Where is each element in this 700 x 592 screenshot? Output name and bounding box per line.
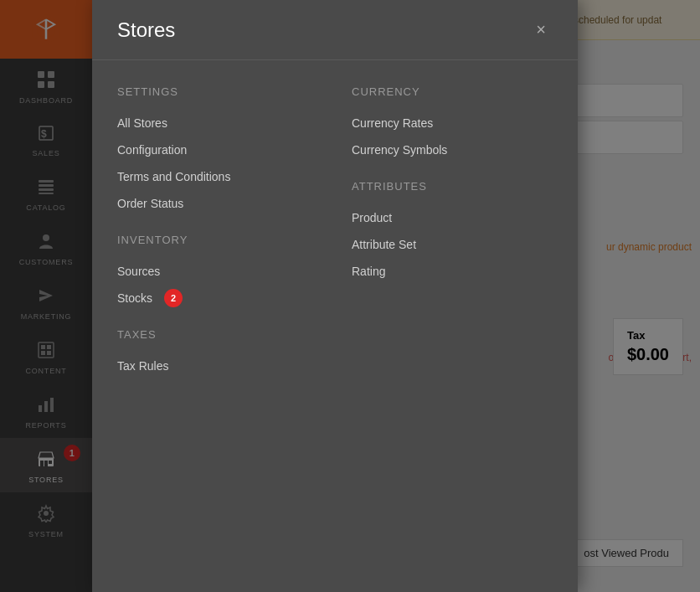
stocks-badge: 2 [164, 289, 183, 307]
attributes-section-title: Attributes [352, 180, 553, 193]
modal-body: Settings All Stores Configuration Terms … [92, 60, 578, 413]
inventory-section: Inventory Sources Stocks 2 [117, 234, 318, 311]
menu-item-configuration[interactable]: Configuration [117, 136, 318, 163]
currency-section: Currency Currency Rates Currency Symbols [352, 85, 553, 163]
modal-header: Stores × [92, 0, 578, 60]
modal-left-column: Settings All Stores Configuration Terms … [117, 77, 343, 396]
taxes-section: Taxes Tax Rules [117, 328, 318, 379]
menu-item-attribute-set[interactable]: Attribute Set [352, 231, 553, 258]
inventory-section-title: Inventory [117, 234, 318, 246]
menu-item-currency-symbols[interactable]: Currency Symbols [352, 136, 553, 163]
stocks-row: Stocks 2 [117, 285, 318, 311]
menu-item-product[interactable]: Product [352, 204, 553, 231]
menu-item-terms-conditions[interactable]: Terms and Conditions [117, 163, 318, 190]
modal-close-button[interactable]: × [529, 17, 553, 43]
menu-item-all-stores[interactable]: All Stores [117, 110, 318, 136]
stores-modal: Stores × Settings All Stores Configurati… [92, 0, 578, 592]
menu-item-rating[interactable]: Rating [352, 258, 553, 285]
modal-right-column: Currency Currency Rates Currency Symbols… [343, 77, 553, 396]
attributes-section: Attributes Product Attribute Set Rating [352, 180, 553, 285]
menu-item-tax-rules[interactable]: Tax Rules [117, 353, 318, 379]
menu-item-currency-rates[interactable]: Currency Rates [352, 110, 553, 136]
modal-title: Stores [117, 18, 175, 42]
menu-item-order-status[interactable]: Order Status [117, 190, 318, 217]
currency-section-title: Currency [352, 85, 553, 98]
taxes-section-title: Taxes [117, 328, 318, 341]
settings-section-title: Settings [117, 85, 318, 98]
menu-item-sources[interactable]: Sources [117, 258, 318, 285]
settings-section: Settings All Stores Configuration Terms … [117, 85, 318, 217]
menu-item-stocks[interactable]: Stocks [117, 285, 152, 311]
